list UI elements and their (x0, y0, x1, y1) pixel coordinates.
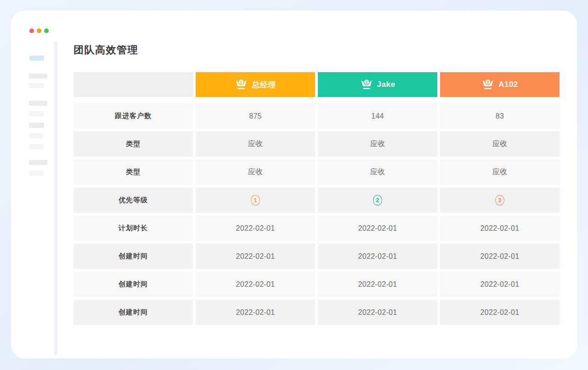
sidebar (11, 11, 54, 359)
row-value: 2022-02-01 (196, 216, 315, 241)
row-label: 创建时间 (74, 244, 193, 269)
column-header-label: A102 (498, 80, 518, 89)
row-value: 144 (318, 103, 437, 129)
sidebar-skeleton-bar (29, 144, 44, 149)
table-header: 1总经理2Jake3A102 (74, 72, 560, 97)
row-label: 计划时长 (74, 216, 193, 241)
priority-badge: 2 (373, 195, 382, 205)
row-label: 优先等级 (74, 188, 193, 213)
column-header-label: Jake (377, 80, 396, 89)
row-value: 2 (318, 188, 437, 213)
row-value: 2022-02-01 (318, 300, 437, 325)
sidebar-skeleton-bar (29, 101, 47, 106)
row-value: 应收 (440, 159, 560, 185)
priority-badge: 3 (495, 195, 504, 205)
row-value: 2022-02-01 (196, 272, 315, 297)
column-header-rank-1[interactable]: 1总经理 (196, 72, 315, 97)
row-value: 2022-02-01 (440, 216, 560, 241)
row-label: 创建时间 (74, 300, 193, 325)
row-value: 1 (196, 188, 315, 213)
row-value: 应收 (318, 131, 437, 157)
sidebar-skeleton-bar (29, 123, 44, 128)
row-value: 875 (196, 103, 315, 129)
sidebar-skeleton-bar (29, 160, 47, 165)
row-label: 类型 (74, 159, 193, 185)
row-value: 2022-02-01 (196, 244, 315, 269)
row-value: 应收 (196, 131, 315, 157)
column-header-rank-2[interactable]: 2Jake (318, 72, 437, 97)
sidebar-skeleton-bar (29, 133, 44, 138)
sidebar-skeleton-bar (29, 74, 47, 79)
table-header-empty-cell (74, 72, 193, 97)
row-value: 应收 (196, 159, 315, 185)
row-label: 跟进客户数 (74, 103, 193, 129)
sidebar-skeleton-bar (29, 83, 44, 88)
row-value: 2022-02-01 (440, 272, 560, 297)
priority-badge: 1 (251, 195, 260, 205)
crown-rank-2-icon: 2 (360, 79, 373, 91)
row-label: 类型 (74, 131, 193, 157)
row-value: 2022-02-01 (318, 272, 437, 297)
sidebar-divider (54, 41, 57, 355)
svg-text:3: 3 (486, 80, 489, 85)
sidebar-item-active[interactable] (29, 56, 44, 61)
table-body: 跟进客户数87514483类型应收应收应收类型应收应收应收优先等级123计划时长… (74, 103, 560, 325)
crown-rank-3-icon: 3 (481, 79, 494, 91)
row-value: 2022-02-01 (318, 244, 437, 269)
crown-rank-1-icon: 1 (235, 79, 248, 91)
row-value: 2022-02-01 (440, 244, 560, 269)
row-value: 应收 (318, 159, 437, 185)
svg-text:2: 2 (365, 80, 368, 85)
row-value: 2022-02-01 (318, 216, 437, 241)
row-value: 3 (440, 188, 560, 213)
page-title: 团队高效管理 (74, 43, 138, 57)
row-value: 2022-02-01 (440, 300, 560, 325)
sidebar-skeleton-bar (29, 111, 44, 116)
leaderboard-table: 1总经理2Jake3A102 跟进客户数87514483类型应收应收应收类型应收… (74, 72, 560, 325)
column-header-rank-3[interactable]: 3A102 (440, 72, 560, 97)
svg-text:1: 1 (240, 80, 243, 85)
row-value: 83 (440, 103, 560, 129)
row-value: 应收 (440, 131, 560, 157)
row-label: 创建时间 (74, 272, 193, 297)
row-value: 2022-02-01 (196, 300, 315, 325)
app-window: 团队高效管理 1总经理2Jake3A102 跟进客户数87514483类型应收应… (11, 11, 577, 359)
sidebar-skeleton-bar (29, 171, 44, 176)
column-header-label: 总经理 (252, 80, 276, 90)
